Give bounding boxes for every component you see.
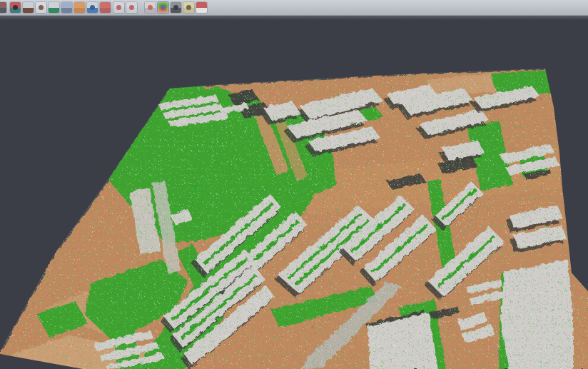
- application-window: { "window": { "toolbar_bg": "#b8bcc4", "…: [0, 0, 588, 369]
- classification-colors-icon[interactable]: [158, 2, 168, 13]
- app-toolbar: [0, 0, 588, 16]
- tan-annotation-icon[interactable]: [183, 2, 194, 13]
- checker-delete-icon-glyph: [148, 5, 153, 10]
- blue-globe-icon-glyph: [90, 5, 95, 10]
- red-ring-icon-glyph: [116, 5, 121, 10]
- red-crop-brackets-icon-glyph: [129, 5, 134, 10]
- red-crop-brackets-icon[interactable]: [126, 2, 137, 13]
- terrain-mountain-icon[interactable]: [23, 2, 34, 13]
- checker-delete-icon[interactable]: [145, 2, 156, 13]
- orange-plane-icon[interactable]: [74, 2, 85, 13]
- sample-points-icon[interactable]: [36, 2, 46, 13]
- red-teal-points-icon[interactable]: [10, 2, 21, 13]
- red-teal-points-icon-glyph: [13, 5, 18, 10]
- classification-colors-icon-glyph: [161, 5, 166, 10]
- tan-annotation-icon-glyph: [186, 5, 191, 10]
- binoculars-icon-glyph: [173, 5, 178, 10]
- red-ring-icon[interactable]: [113, 2, 124, 13]
- point-cloud-svg[interactable]: [0, 16, 588, 369]
- 3d-viewport[interactable]: [0, 16, 588, 369]
- point-cloud-layer: [0, 63, 588, 369]
- maroon-tool-icon[interactable]: [0, 2, 6, 13]
- binoculars-icon[interactable]: [171, 2, 181, 13]
- sample-points-icon-glyph: [39, 5, 44, 10]
- red-flag-icon[interactable]: [196, 2, 207, 13]
- blue-column-icon[interactable]: [61, 2, 72, 13]
- green-terrain-icon[interactable]: [49, 2, 59, 13]
- red-list-icon[interactable]: [100, 2, 111, 13]
- light-speckle-noise: [0, 63, 588, 369]
- blue-globe-icon[interactable]: [87, 2, 98, 13]
